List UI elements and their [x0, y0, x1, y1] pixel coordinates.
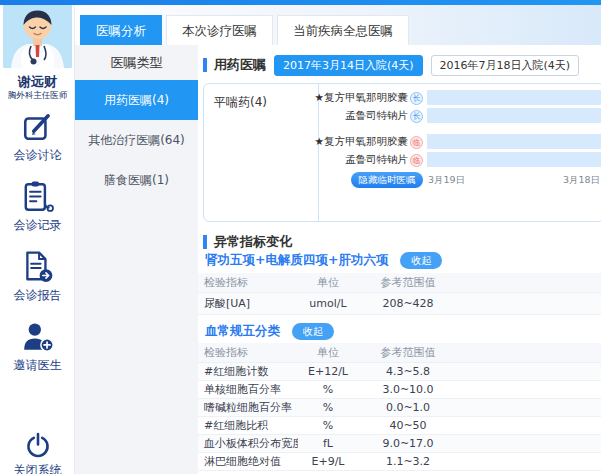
admission-date-button-2017[interactable]: 2017年3月14日入院(4天) — [274, 55, 423, 76]
indicator-range: 1.1~3.2 — [358, 452, 458, 470]
col-header-unit: 单位 — [298, 343, 358, 362]
col-header-range: 参考范围值 — [358, 343, 458, 362]
table-header-row: 检验指标 单位 参考范围值 — [198, 273, 601, 292]
col-header-range: 参考范围值 — [358, 273, 458, 292]
medication-row[interactable]: 孟鲁司特钠片临 — [304, 152, 601, 167]
medication-row[interactable]: ★复方甲氧那明胶囊临 — [304, 134, 601, 149]
medication-label: ★复方甲氧那明胶囊长 — [304, 90, 423, 105]
sidebar: 谢远财 胸外科主任医师 会诊讨论 会诊记录 会诊报告 — [0, 0, 75, 474]
tab-disease-holographic-orders[interactable]: 当前疾病全息医嘱 — [277, 15, 409, 45]
indicator-unit: % — [298, 380, 358, 398]
indicator-unit: % — [298, 398, 358, 416]
medication-row[interactable]: 口服,每日 孟鲁司特钠片长 — [304, 108, 601, 123]
col-header-spacer — [458, 273, 601, 292]
sidebar-item-label: 会诊报告 — [0, 287, 75, 304]
sidebar-item-label: 会诊讨论 — [0, 147, 75, 164]
table-header-row: 检验指标 单位 参考范围值 — [198, 343, 601, 362]
cell-spacer — [458, 398, 601, 416]
table-row[interactable]: 血小板体积分布宽度 fL 9.0~17.0 — [198, 434, 601, 452]
timeline-date: 3月19日 — [428, 174, 465, 187]
top-accent-strip — [0, 0, 601, 5]
sidebar-item-power-off[interactable]: 关闭系统 — [0, 432, 75, 474]
long-term-badge: 长 — [410, 110, 423, 123]
timeline-date: 3月18日 — [563, 174, 600, 187]
indicator-name: 单核细胞百分率 — [198, 380, 298, 398]
medication-label: 孟鲁司特钠片临 — [304, 152, 423, 167]
edit-note-icon — [22, 110, 54, 144]
order-timeline-band: 口服,每日 — [427, 90, 601, 105]
doctor-avatar-illustration — [3, 4, 72, 68]
section-accent-bar — [203, 235, 207, 249]
menu-item-other-treatment-orders[interactable]: 其他治疗医嘱(64) — [75, 120, 198, 160]
panel-cbc-five: 血常规五分类 收起 — [205, 323, 334, 340]
tab-current-visit-orders[interactable]: 本次诊疗医嘱 — [166, 15, 273, 45]
temporary-badge: 临 — [410, 154, 423, 167]
sidebar-item-label: 会诊记录 — [0, 217, 75, 234]
medication-orders-card: 平喘药(4) 口服,每日 ★复方甲氧那明胶囊长 口服,每日 孟鲁司特钠片长 ★复… — [203, 83, 601, 222]
cell-spacer — [458, 452, 601, 470]
menu-item-diet-orders[interactable]: 膳食医嘱(1) — [75, 160, 198, 200]
clipboard-stethoscope-icon — [22, 180, 54, 214]
cell-spacer — [458, 362, 601, 380]
table-row[interactable]: #红细胞计数 E+12/L 4.3~5.8 — [198, 362, 601, 380]
indicator-name: 淋巴细胞绝对值 — [198, 452, 298, 470]
order-timeline-band — [427, 134, 601, 149]
col-header-indicator: 检验指标 — [198, 273, 298, 292]
medication-row[interactable]: 口服,每日 ★复方甲氧那明胶囊长 — [304, 90, 601, 105]
indicator-range: 40~50 — [358, 416, 458, 434]
indicator-name: #红细胞比积 — [198, 416, 298, 434]
panel-title: 肾功五项+电解质四项+肝功六项 — [205, 252, 388, 269]
medication-name: ★复方甲氧那明胶囊 — [315, 135, 408, 147]
indicator-unit: umol/L — [298, 292, 358, 314]
doctor-name: 谢远财 — [0, 73, 75, 91]
abnormal-indicators-section-header: 异常指标变化 — [203, 233, 292, 251]
section-accent-bar — [203, 58, 207, 72]
medication-orders-section-header: 用药医嘱 2017年3月14日入院(4天) 2016年7月18日入院(4天) — [203, 55, 579, 75]
col-header-spacer — [458, 343, 601, 362]
cell-spacer — [458, 292, 601, 314]
order-timeline-band: 口服,每日 — [427, 108, 601, 123]
sidebar-item-consult-discussion[interactable]: 会诊讨论 — [0, 110, 75, 164]
medication-name: ★复方甲氧那明胶囊 — [315, 91, 408, 103]
medication-label: ★复方甲氧那明胶囊临 — [304, 134, 423, 149]
indicator-range: 4.3~5.8 — [358, 362, 458, 380]
panel-renal-electrolyte-liver: 肾功五项+电解质四项+肝功六项 收起 — [205, 252, 442, 269]
indicator-range: 0.0~1.0 — [358, 398, 458, 416]
tab-order-analysis[interactable]: 医嘱分析 — [80, 15, 162, 45]
sidebar-item-consult-records[interactable]: 会诊记录 — [0, 180, 75, 234]
section-title: 异常指标变化 — [214, 233, 292, 251]
tab-bar: 医嘱分析 本次诊疗医嘱 当前疾病全息医嘱 — [75, 5, 601, 45]
collapse-button[interactable]: 收起 — [292, 323, 334, 340]
panel-title: 血常规五分类 — [205, 323, 280, 340]
collapse-button[interactable]: 收起 — [400, 252, 442, 269]
invite-doctor-icon — [22, 320, 54, 354]
hide-temp-orders-button[interactable]: 隐藏临时医嘱 — [351, 172, 423, 188]
drug-group-pane: 平喘药(4) — [204, 84, 319, 221]
cell-spacer — [458, 434, 601, 452]
sidebar-item-invite-doctor[interactable]: 邀请医生 — [0, 320, 75, 374]
cell-spacer — [458, 380, 601, 398]
admission-date-button-2016[interactable]: 2016年7月18日入院(4天) — [431, 55, 580, 76]
order-type-menu: 医嘱类型 用药医嘱(4) 其他治疗医嘱(64) 膳食医嘱(1) — [75, 45, 198, 474]
indicator-range: 208~428 — [358, 292, 458, 314]
indicator-name: 血小板体积分布宽度 — [198, 434, 298, 452]
section-title: 用药医嘱 — [214, 56, 266, 74]
indicator-name: 嗜碱粒细胞百分率 — [198, 398, 298, 416]
lab-table-renal: 检验指标 单位 参考范围值 尿酸[UA] umol/L 208~428 — [198, 273, 601, 315]
indicator-name: #红细胞计数 — [198, 362, 298, 380]
col-header-indicator: 检验指标 — [198, 343, 298, 362]
menu-item-medication-orders[interactable]: 用药医嘱(4) — [75, 80, 198, 120]
table-row[interactable]: #红细胞比积 % 40~50 — [198, 416, 601, 434]
indicator-unit: % — [298, 416, 358, 434]
doctor-job-title: 胸外科主任医师 — [0, 90, 75, 102]
table-row[interactable]: 单核细胞百分率 % 3.0~10.0 — [198, 380, 601, 398]
report-export-icon — [22, 250, 54, 284]
medication-name: 孟鲁司特钠片 — [345, 109, 408, 121]
indicator-name: 尿酸[UA] — [198, 292, 298, 314]
table-row[interactable]: 嗜碱粒细胞百分率 % 0.0~1.0 — [198, 398, 601, 416]
table-row[interactable]: 尿酸[UA] umol/L 208~428 — [198, 292, 601, 314]
cell-spacer — [458, 416, 601, 434]
sidebar-item-label: 关闭系统 — [0, 462, 75, 474]
table-row[interactable]: 淋巴细胞绝对值 E+9/L 1.1~3.2 — [198, 452, 601, 470]
sidebar-item-consult-report[interactable]: 会诊报告 — [0, 250, 75, 304]
